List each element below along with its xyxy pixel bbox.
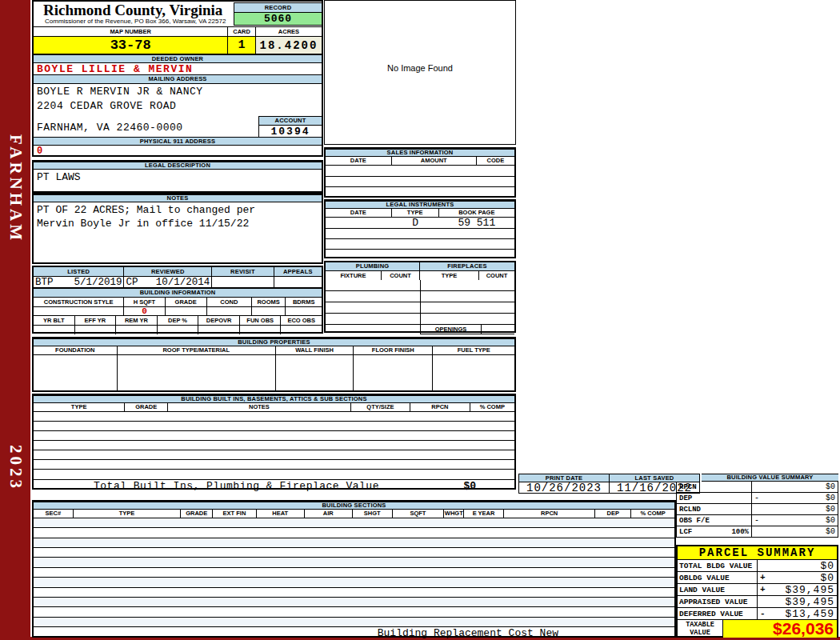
eff-yr-value[interactable]	[75, 326, 117, 334]
notes-text[interactable]: PT OF 22 ACRES; Mail to changed per Merv…	[34, 202, 322, 231]
taxable-value-row: TAXABLE VALUE $26,036	[678, 620, 837, 638]
bvs-value-lcf: $0	[826, 527, 835, 536]
grade-value[interactable]	[166, 307, 207, 315]
built-ins-title: BUILDING BUILT INS, BASEMENTS, ATTICS & …	[34, 395, 514, 403]
instrument-empty-row	[326, 250, 514, 260]
building-properties-block: BUILDING PROPERTIES FOUNDATION ROOF TYPE…	[32, 337, 516, 392]
construction-style-value[interactable]	[34, 307, 124, 315]
bvs-row-rclnd: RCLND $0	[676, 504, 838, 515]
wall-finish-value[interactable]	[276, 355, 354, 392]
yr-blt-value[interactable]	[34, 326, 75, 334]
depovr-label: DEPOVR	[198, 316, 240, 325]
legal-instruments-title: LEGAL INSTRUMENTS	[326, 201, 514, 209]
building-properties-values	[34, 355, 514, 392]
listed-by: BTP	[35, 277, 54, 287]
record-value[interactable]: 5060	[234, 13, 322, 26]
openings-value[interactable]	[482, 325, 514, 334]
deeded-owner-value[interactable]: BOYLE LILLIE & MERVIN	[34, 63, 322, 75]
sec-sqft-label: SQFT	[393, 510, 445, 518]
sales-empty-row	[326, 177, 514, 187]
bvs-row-lcf: LCF100% $0	[676, 526, 838, 538]
revisit-value[interactable]	[212, 277, 274, 287]
bvs-value-dep: $0	[826, 494, 835, 502]
ps-value-land: $39,495	[785, 584, 834, 596]
roof-type-label: ROOF TYPE/MATERIAL	[118, 346, 276, 354]
notes-line-1[interactable]: PT OF 22 ACRES; Mail to changed per	[37, 203, 318, 217]
legal-description-label: LEGAL DESCRIPTION	[34, 162, 322, 170]
built-ins-headers: TYPE GRADE NOTES QTY/SIZE RPCN % COMP	[34, 403, 514, 412]
depovr-value[interactable]	[198, 326, 240, 334]
building-sections-title: BUILDING SECTIONS	[34, 502, 674, 510]
card-value[interactable]: 1	[228, 37, 256, 54]
roof-type-value[interactable]	[118, 355, 276, 392]
foundation-value[interactable]	[34, 355, 118, 392]
instrument-date-label: DATE	[326, 209, 392, 217]
bvs-pct: 100%	[731, 528, 749, 536]
ps-value-deferred: $13,459	[785, 608, 834, 620]
bvs-label-rpcn: RPCN	[679, 483, 697, 491]
ps-op: +	[760, 585, 766, 594]
fixture-label: FIXTURE	[326, 271, 382, 280]
cond-label: COND	[207, 298, 252, 306]
taxable-value-label: TAXABLE VALUE	[678, 620, 723, 638]
building-properties-headers: FOUNDATION ROOF TYPE/MATERIAL WALL FINIS…	[34, 346, 514, 355]
wall-finish-label: WALL FINISH	[276, 346, 354, 354]
mailing-address-area[interactable]: BOYLE R MERVIN JR & NANCY 2204 CEDAR GRO…	[34, 84, 322, 138]
map-card-acres-headers: MAP NUMBER CARD ACRES	[34, 27, 322, 36]
floor-finish-value[interactable]	[354, 355, 433, 392]
bvs-value-rpcn: $0	[826, 482, 835, 491]
taxable-label-line1: TAXABLE	[686, 621, 714, 629]
builtin-grade-label: GRADE	[125, 403, 168, 411]
mailing-line-2[interactable]: 2204 CEDAR GROVE ROAD	[37, 100, 176, 112]
reviewed-value[interactable]: CP 10/1/2014	[124, 277, 212, 287]
acres-value[interactable]: 18.4200	[256, 37, 322, 54]
fun-obs-value[interactable]	[240, 326, 282, 334]
mailing-line-3[interactable]: FARNHAM, VA 22460-0000	[37, 122, 183, 134]
instrument-row[interactable]: D 59 511	[326, 218, 514, 229]
map-number-value[interactable]: 33-78	[34, 37, 228, 54]
rem-yr-value[interactable]	[116, 326, 158, 334]
ps-value-appraised: $39,495	[785, 596, 834, 608]
acres-label: ACRES	[256, 27, 322, 36]
bdrms-value[interactable]	[286, 307, 322, 315]
section-empty-row	[34, 558, 674, 567]
listed-value[interactable]: BTP 5/1/2019	[34, 277, 124, 287]
cond-value[interactable]	[207, 307, 252, 315]
parcel-summary-title: PARCEL SUMMARY	[678, 546, 837, 560]
bvs-label-obs: OBS F/E	[679, 517, 710, 525]
built-ins-empty-row	[34, 431, 514, 441]
building-info-values-2	[34, 325, 322, 334]
building-sections-headers: SEC# TYPE GRADE EXT FIN HEAT AIR SHGT SQ…	[34, 510, 674, 518]
building-sections-rows	[34, 518, 674, 626]
section-empty-row	[34, 578, 674, 587]
legal-description-text[interactable]: PT LAWS	[34, 170, 322, 185]
building-value-summary-rows: RPCN $0 DEP -$0 RCLND $0 OBS F/E -$0 LCF…	[676, 482, 838, 538]
building-sections-footer: Building Replacement Cost New	[34, 626, 674, 639]
commissioner-address: Commissioner of the Revenue, PO Box 366,…	[45, 18, 226, 25]
appeals-value[interactable]	[274, 277, 322, 287]
tax-year: 2023	[6, 445, 26, 491]
plumbing-title: PLUMBING	[326, 262, 420, 271]
mailing-line-1[interactable]: BOYLE R MERVIN JR & NANCY	[37, 86, 203, 98]
ps-label-obldg: OBLDG VALUE	[678, 572, 758, 583]
eco-obs-value[interactable]	[281, 326, 322, 334]
dep-pct-value[interactable]	[158, 326, 199, 334]
ps-label-land: LAND VALUE	[678, 584, 758, 595]
bvs-label-rclnd: RCLND	[679, 506, 701, 514]
instruments-headers: DATE TYPE BOOK PAGE	[326, 209, 514, 218]
floor-finish-label: FLOOR FINISH	[354, 346, 433, 354]
fuel-type-value[interactable]	[433, 355, 514, 392]
property-record-card: FARNHAM 2023 Richmond County, Virginia C…	[0, 0, 840, 640]
notes-line-2[interactable]: Mervin Boyle Jr in office 11/15/22	[37, 217, 318, 230]
sec-rpcn-label: RPCN	[504, 510, 596, 518]
physical-911-value[interactable]: 0	[34, 146, 322, 157]
rooms-value[interactable]	[252, 307, 286, 315]
ps-op: -	[760, 609, 766, 618]
sales-code-label: CODE	[477, 157, 514, 165]
sec-heat-label: HEAT	[257, 510, 305, 518]
section-empty-row	[34, 528, 674, 538]
building-info-headers-1: CONSTRUCTION STYLE H SQFT GRADE COND ROO…	[34, 298, 322, 306]
account-value[interactable]: 10394	[259, 126, 322, 138]
h-sqft-value[interactable]: 0	[124, 307, 165, 315]
bvs-row-rpcn: RPCN $0	[676, 482, 838, 493]
